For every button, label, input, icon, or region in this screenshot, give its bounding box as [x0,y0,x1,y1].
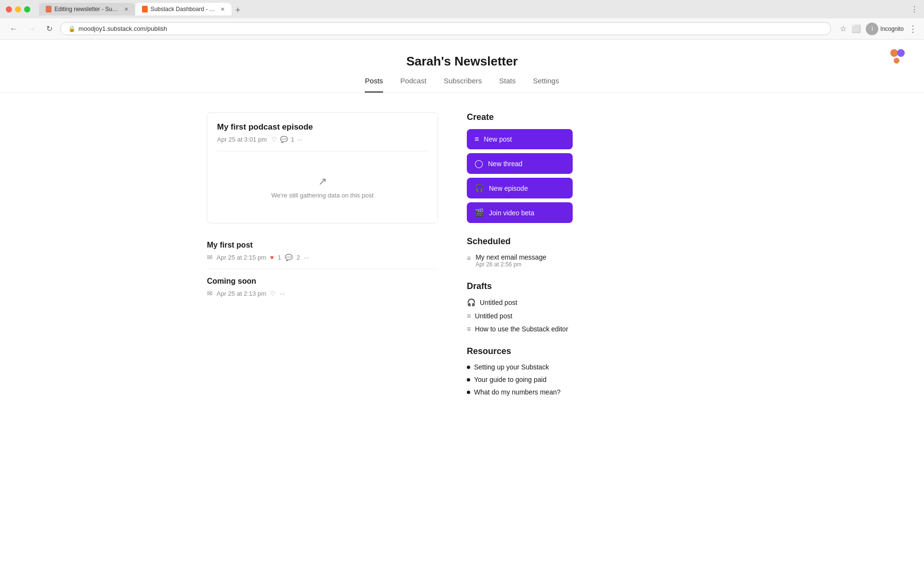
nav-posts[interactable]: Posts [365,77,383,92]
scheduled-title-1: My next email message [475,253,546,261]
post-title-podcast[interactable]: My first podcast episode [217,122,428,132]
tab-favicon-editing [46,6,51,13]
heart-icon-firstpost[interactable]: ♥ [270,254,274,261]
tab-close-editing[interactable]: ✕ [124,6,128,13]
resource-dot-1 [467,366,470,369]
traffic-lights [6,6,30,13]
nav-podcast[interactable]: Podcast [400,77,426,92]
drafts-heading: Drafts [467,281,573,291]
post-title-firstpost[interactable]: My first post [207,241,438,250]
resource-title-3: What do my numbers mean? [474,388,561,396]
extensions-button[interactable]: ⬜ [851,24,861,33]
browser-menu-button[interactable]: ⋮ [909,24,917,34]
like-count-firstpost: 1 [278,254,281,261]
new-episode-icon: 🎧 [475,184,484,193]
tab-favicon-substack [142,6,148,13]
new-episode-button[interactable]: 🎧 New episode [467,178,573,198]
forward-button[interactable]: → [25,23,38,35]
toolbar-actions: ☆ ⬜ I Incognito ⋮ [840,23,917,35]
drafts-section: Drafts 🎧 Untitled post ≡ Untitled post ≡… [467,281,573,333]
join-video-label: Join video beta [489,209,534,217]
join-video-beta-button[interactable]: 🎬 Join video beta [467,202,573,223]
post-meta-podcast: Apr 25 at 3:01 pm ♡ 💬 1 ··· [217,136,428,143]
scheduled-icon-1: ≡ [467,254,471,262]
tab-editing-newsletter[interactable]: Editing newsletter - Substack ✕ [39,3,135,15]
tab-substack-dashboard[interactable]: Substack Dashboard - Sarah's ✕ [135,3,231,15]
comment-count-firstpost: 2 [296,254,300,261]
new-episode-label: New episode [489,184,528,192]
incognito-label: Incognito [880,26,904,32]
scheduled-date-1: Apr 26 at 2:56 pm [475,261,546,268]
address-text: moodjoy1.substack.com/publish [78,25,167,32]
resource-title-1: Setting up your Substack [474,363,549,371]
draft-icon-1: 🎧 [467,298,476,307]
resources-section: Resources Setting up your Substack Your … [467,346,573,396]
sidebar-column: Create ≡ New post ◯ New thread 🎧 New epi… [467,112,573,409]
new-thread-button[interactable]: ◯ New thread [467,153,573,174]
more-options-comingsoon[interactable]: ··· [280,290,285,297]
tab-label-editing: Editing newsletter - Substack [54,6,119,13]
nav-settings[interactable]: Settings [533,77,559,92]
site-title: Sarah's Newsletter [10,54,914,69]
gathering-data-section: ↗ We're still gathering data on this pos… [217,161,428,213]
post-data-section: ↗ We're still gathering data on this pos… [217,151,428,213]
scheduled-heading: Scheduled [467,236,573,247]
email-icon-firstpost: ✉ [207,253,213,261]
more-options-firstpost[interactable]: ··· [304,254,309,261]
draft-title-1: Untitled post [480,299,517,306]
new-thread-icon: ◯ [475,159,483,168]
nav-subscribers[interactable]: Subscribers [444,77,482,92]
heart-icon-podcast[interactable]: ♡ [271,136,277,143]
chart-icon: ↗ [231,175,413,188]
minimize-window-button[interactable] [15,6,21,13]
site-header: Sarah's Newsletter [0,39,924,69]
profile-icon: I [866,23,878,35]
user-avatar[interactable] [890,49,910,65]
close-window-button[interactable] [6,6,12,13]
email-icon-comingsoon: ✉ [207,289,213,297]
site-nav: Posts Podcast Subscribers Stats Settings [0,69,924,93]
resource-dot-3 [467,391,470,394]
comment-icon-firstpost[interactable]: 💬 [285,254,293,261]
tab-close-substack[interactable]: ✕ [220,6,225,13]
draft-item-1[interactable]: 🎧 Untitled post [467,298,573,307]
resource-title-2: Your guide to going paid [474,376,547,383]
comment-icon-podcast[interactable]: 💬 [280,136,288,143]
bookmark-button[interactable]: ☆ [840,24,847,33]
resources-heading: Resources [467,346,573,356]
draft-icon-3: ≡ [467,325,471,333]
resource-dot-2 [467,378,470,381]
nav-stats[interactable]: Stats [499,77,515,92]
heart-icon-comingsoon[interactable]: ♡ [270,290,276,297]
profile-button[interactable]: I Incognito [866,23,904,35]
main-layout: My first podcast episode Apr 25 at 3:01 … [197,93,727,429]
resource-item-3[interactable]: What do my numbers mean? [467,388,573,396]
window-menu-icon[interactable]: ⋮ [911,5,918,14]
new-post-button[interactable]: ≡ New post [467,129,573,149]
more-options-podcast[interactable]: ··· [297,136,303,143]
new-tab-button[interactable]: + [231,5,244,15]
post-meta-firstpost: ✉ Apr 25 at 2:15 pm ♥ 1 💬 2 ··· [207,253,438,261]
resource-item-1[interactable]: Setting up your Substack [467,363,573,371]
create-section: Create ≡ New post ◯ New thread 🎧 New epi… [467,112,573,223]
gathering-text: We're still gathering data on this post [231,192,413,199]
draft-item-3[interactable]: ≡ How to use the Substack editor [467,325,573,333]
back-button[interactable]: ← [7,23,20,35]
create-heading: Create [467,112,573,122]
draft-icon-2: ≡ [467,312,471,320]
post-stats-podcast: ♡ 💬 1 ··· [271,136,302,143]
post-meta-comingsoon: ✉ Apr 25 at 2:13 pm ♡ ··· [207,289,438,297]
resource-item-2[interactable]: Your guide to going paid [467,376,573,383]
scheduled-item-1[interactable]: ≡ My next email message Apr 26 at 2:56 p… [467,253,573,268]
draft-item-2[interactable]: ≡ Untitled post [467,312,573,320]
address-bar[interactable]: 🔒 moodjoy1.substack.com/publish [60,22,831,35]
post-date-firstpost: Apr 25 at 2:15 pm [217,254,266,261]
maximize-window-button[interactable] [24,6,30,13]
tab-label-substack: Substack Dashboard - Sarah's [151,6,216,13]
post-title-comingsoon[interactable]: Coming soon [207,277,438,286]
refresh-button[interactable]: ↻ [43,22,55,35]
post-date-comingsoon: Apr 25 at 2:13 pm [217,290,266,297]
browser-toolbar: ← → ↻ 🔒 moodjoy1.substack.com/publish ☆ … [0,18,924,39]
posts-column: My first podcast episode Apr 25 at 3:01 … [207,112,438,409]
new-post-icon: ≡ [475,135,479,144]
